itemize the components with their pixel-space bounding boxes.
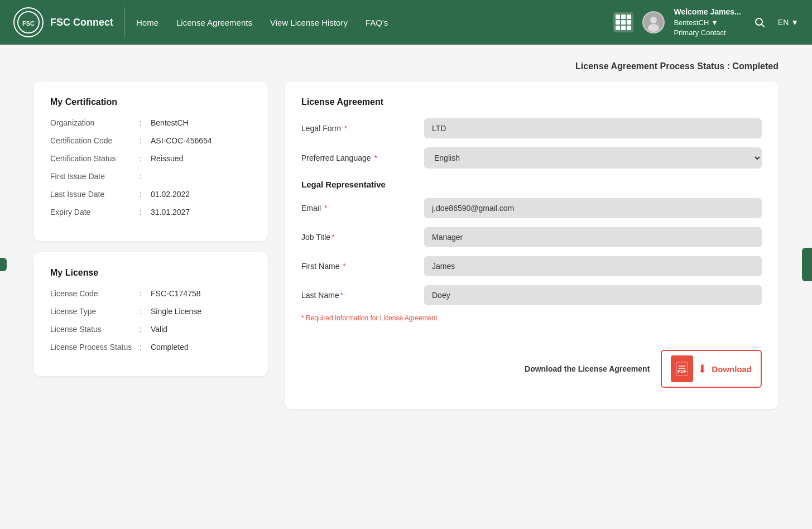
- download-button[interactable]: PDF ⬇ Download: [661, 350, 762, 388]
- first-name-required: *: [343, 262, 345, 271]
- email-row: Email *: [301, 198, 762, 218]
- legal-form-row: Legal Form *: [301, 118, 762, 138]
- last-issue-row: Last Issue Date : 01.02.2022: [50, 190, 251, 199]
- license-type-row: License Type : Single License: [50, 307, 251, 316]
- last-name-label: Last Name*: [301, 291, 413, 300]
- email-label: Email *: [301, 204, 413, 213]
- right-side-tab[interactable]: [802, 248, 812, 281]
- org-value: BentestCH: [151, 118, 189, 127]
- user-info[interactable]: Welcome James... BentestCH ▼ Primary Con…: [674, 7, 741, 38]
- cert-status-label: Certification Status: [50, 154, 140, 163]
- preferred-language-select[interactable]: English German French Spanish: [424, 147, 762, 169]
- avatar[interactable]: [642, 11, 665, 33]
- download-btn-text: Download: [712, 364, 752, 374]
- email-input[interactable]: [424, 198, 762, 218]
- legal-form-input[interactable]: [424, 118, 762, 138]
- license-title: My License: [50, 268, 251, 278]
- logo-area: FSC FSC Connect: [13, 7, 125, 37]
- main-content: License Agreement Process Status : Compl…: [0, 45, 812, 426]
- org-label: Organization: [50, 118, 140, 127]
- svg-text:PDF: PDF: [678, 369, 686, 374]
- license-code-row: License Code : FSC-C174758: [50, 289, 251, 298]
- cert-code-value: ASI-COC-456654: [151, 136, 212, 145]
- preferred-language-row: Preferred Language * English German Fren…: [301, 147, 762, 169]
- header-right: Welcome James... BentestCH ▼ Primary Con…: [613, 7, 799, 38]
- org-row: Organization : BentestCH: [50, 118, 251, 127]
- email-required: *: [324, 204, 327, 213]
- first-name-input[interactable]: [424, 256, 762, 276]
- legal-form-required: *: [344, 124, 347, 133]
- license-code-label: License Code: [50, 289, 140, 298]
- svg-point-4: [648, 24, 659, 32]
- svg-point-3: [650, 17, 657, 23]
- cert-status-value: Reissued: [151, 154, 183, 163]
- svg-line-6: [761, 25, 764, 27]
- user-role: Primary Contact: [674, 28, 741, 38]
- header: FSC FSC Connect Home License Agreements …: [0, 0, 812, 45]
- job-title-row: Job Title*: [301, 227, 762, 247]
- language-selector[interactable]: EN ▼: [778, 18, 799, 27]
- left-column: My Certification Organization : BentestC…: [33, 81, 268, 376]
- grid-icon-button[interactable]: [613, 12, 633, 32]
- license-card: My License License Code : FSC-C174758 Li…: [33, 252, 268, 376]
- preferred-language-label: Preferred Language *: [301, 153, 413, 162]
- license-agreement-card: License Agreement Legal Form * Preferred…: [285, 81, 779, 409]
- svg-text:FSC: FSC: [22, 20, 35, 27]
- user-name: Welcome James...: [674, 7, 741, 18]
- fsc-logo: FSC: [13, 7, 44, 37]
- license-process-status-row: License Process Status : Completed: [50, 343, 251, 352]
- search-button[interactable]: [750, 13, 769, 32]
- download-label: Download the License Agreement: [525, 364, 650, 373]
- certification-card: My Certification Organization : BentestC…: [33, 81, 268, 241]
- last-issue-label: Last Issue Date: [50, 190, 140, 199]
- side-tab-left[interactable]: [0, 258, 7, 271]
- job-title-label: Job Title*: [301, 233, 413, 242]
- cert-status-row: Certification Status : Reissued: [50, 154, 251, 163]
- certification-title: My Certification: [50, 97, 251, 107]
- user-org: BentestCH ▼: [674, 18, 741, 28]
- license-process-status-label: License Process Status: [50, 343, 140, 352]
- required-note: * Required Information for License Agree…: [301, 314, 762, 322]
- job-title-input[interactable]: [424, 227, 762, 247]
- last-issue-value: 01.02.2022: [151, 190, 190, 199]
- first-issue-row: First Issue Date :: [50, 172, 251, 181]
- status-text: License Agreement Process Status : Compl…: [575, 61, 779, 71]
- expiry-label: Expiry Date: [50, 208, 140, 217]
- legal-form-label: Legal Form *: [301, 124, 413, 133]
- license-process-status-value: Completed: [151, 343, 189, 352]
- nav-view-license-history[interactable]: View License History: [270, 18, 348, 27]
- nav-faqs[interactable]: FAQ's: [366, 18, 388, 27]
- expiry-row: Expiry Date : 31.01.2027: [50, 208, 251, 217]
- last-name-required: *: [340, 291, 343, 300]
- pdf-icon: PDF: [671, 355, 693, 382]
- nav-license-agreements[interactable]: License Agreements: [176, 18, 252, 27]
- expiry-value: 31.01.2027: [151, 208, 190, 217]
- main-nav: Home License Agreements View License His…: [136, 18, 613, 27]
- last-name-input[interactable]: [424, 285, 762, 305]
- cert-code-row: Certification Code : ASI-COC-456654: [50, 136, 251, 145]
- status-bar: License Agreement Process Status : Compl…: [33, 61, 779, 71]
- nav-home[interactable]: Home: [136, 18, 158, 27]
- cards-row: My Certification Organization : BentestC…: [33, 81, 779, 409]
- license-type-value: Single License: [151, 307, 201, 316]
- first-issue-label: First Issue Date: [50, 172, 140, 181]
- cert-code-label: Certification Code: [50, 136, 140, 145]
- last-name-row: Last Name*: [301, 285, 762, 305]
- preferred-language-required: *: [374, 153, 377, 162]
- license-code-value: FSC-C174758: [151, 289, 201, 298]
- first-name-label: First Name *: [301, 262, 413, 271]
- download-arrow-icon: ⬇: [698, 362, 707, 376]
- license-status-label: License Status: [50, 325, 140, 334]
- license-type-label: License Type: [50, 307, 140, 316]
- download-section: Download the License Agreement PDF ⬇ Dow…: [301, 339, 762, 393]
- app-name: FSC Connect: [50, 17, 113, 28]
- license-agreement-title: License Agreement: [301, 97, 762, 107]
- job-title-required: *: [331, 233, 334, 242]
- legal-rep-title: Legal Representative: [301, 180, 762, 189]
- right-column: License Agreement Legal Form * Preferred…: [285, 81, 779, 409]
- license-status-row: License Status : Valid: [50, 325, 251, 334]
- license-status-value: Valid: [151, 325, 167, 334]
- first-name-row: First Name *: [301, 256, 762, 276]
